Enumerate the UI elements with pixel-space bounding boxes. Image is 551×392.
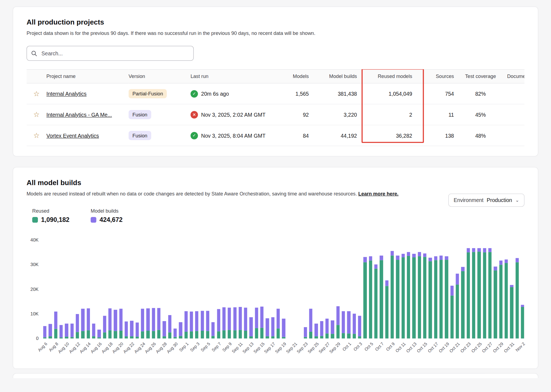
success-icon (190, 90, 198, 97)
bar (200, 240, 204, 338)
bar (325, 240, 329, 338)
reused-segment (179, 336, 182, 338)
x-tick: Sep 23 (303, 340, 307, 360)
model-builds-segment (369, 256, 372, 261)
x-tick: Aug 14 (86, 340, 90, 360)
table-row[interactable]: Internal Analytics - GA Me... Fusion Nov… (26, 104, 524, 125)
bar (206, 240, 210, 338)
test-coverage-value: 48% (454, 125, 507, 146)
model-builds-segment (347, 311, 350, 333)
model-builds-segment (157, 308, 161, 330)
col-header-models[interactable]: Models (281, 70, 309, 83)
col-header-last-run[interactable]: Last run (190, 70, 281, 83)
search-icon (31, 50, 37, 56)
bar (54, 240, 58, 338)
reused-segment (163, 336, 166, 338)
bar (423, 240, 427, 338)
legend-reused-label: Reused (32, 208, 69, 214)
reused-models-count: 1,054,049 (357, 83, 423, 104)
bar (217, 240, 221, 338)
model-builds-segment (467, 248, 470, 252)
model-builds-segment (472, 248, 475, 252)
bar (282, 240, 286, 338)
bar (347, 240, 351, 338)
bar (271, 240, 275, 338)
x-tick: Aug 28 (162, 340, 166, 360)
projects-table: Project name Version Last run Models Mod… (26, 69, 524, 146)
model-builds-segment (407, 252, 410, 256)
x-tick: Oct 9 (390, 340, 394, 360)
bar (390, 240, 394, 338)
col-header-model-builds[interactable]: Model builds (309, 70, 357, 83)
environment-dropdown[interactable]: Environment Production (448, 194, 524, 207)
reused-segment (152, 331, 155, 338)
favorite-star-icon[interactable] (33, 90, 40, 97)
reused-swatch-icon (32, 217, 38, 223)
bar (233, 240, 237, 338)
col-header-sources[interactable]: Sources (423, 70, 454, 83)
model-builds-segment (320, 321, 323, 336)
model-builds-segment (336, 306, 340, 325)
y-tick-label: 30K (31, 262, 39, 267)
sources-count: 138 (423, 125, 454, 146)
x-tick: Aug 8 (54, 340, 58, 360)
model-builds-segment (488, 248, 492, 252)
bar (157, 240, 161, 338)
reused-segment (43, 337, 47, 338)
bar (396, 240, 400, 338)
builds-subtitle-text: Models are reused instead of rebuilt whe… (26, 191, 357, 197)
reused-segment (488, 252, 492, 338)
reused-segment (461, 271, 464, 338)
model-builds-segment (92, 324, 95, 336)
page: All production projects Project data sho… (0, 7, 551, 392)
favorite-star-icon[interactable] (33, 132, 40, 139)
favorite-star-icon[interactable] (33, 111, 40, 118)
reused-segment (445, 260, 448, 338)
col-header-version[interactable]: Version (129, 70, 190, 83)
reused-segment (434, 260, 437, 338)
x-tick: Aug 12 (75, 340, 80, 360)
sources-count: 754 (423, 83, 454, 104)
bar (309, 240, 313, 338)
x-tick: Sep 3 (195, 340, 199, 360)
bar (461, 240, 465, 338)
table-row[interactable]: Internal Analytics Partial-Fusion 20m 6s… (26, 83, 524, 104)
col-header-project-name[interactable]: Project name (46, 70, 128, 83)
model-builds-segment (461, 267, 464, 271)
col-header-test-coverage[interactable]: Test coverage (454, 70, 507, 83)
bar (65, 240, 69, 338)
col-header-documentation[interactable]: Documentation (507, 70, 525, 83)
reused-segment (233, 330, 237, 338)
model-builds-segment (331, 320, 334, 334)
bar (520, 240, 525, 338)
table-row[interactable]: Vortex Event Analytics Fusion Nov 3, 202… (26, 125, 524, 146)
x-tick: Oct 31 (510, 340, 514, 360)
reused-segment (201, 331, 204, 339)
model-builds-segment (315, 324, 318, 336)
x-tick: Sep 19 (282, 340, 286, 360)
project-name-link[interactable]: Vortex Event Analytics (46, 132, 99, 138)
project-name-link[interactable]: Internal Analytics (46, 91, 86, 97)
bar-chart-plot (43, 240, 524, 338)
documentation-value (507, 83, 525, 104)
reused-segment (390, 255, 394, 338)
reused-segment (364, 262, 367, 338)
x-tick: Sep 5 (206, 340, 210, 360)
col-header-reused-models[interactable]: Reused models (357, 70, 423, 83)
model-builds-segment (130, 321, 133, 336)
bar (494, 240, 498, 338)
model-builds-segment (222, 307, 226, 330)
project-name-link[interactable]: Internal Analytics - GA Me... (46, 112, 112, 118)
x-tick: Oct 15 (423, 340, 427, 360)
x-tick: Sep 17 (271, 340, 275, 360)
reused-models-count: 36,282 (357, 125, 423, 146)
reused-segment (87, 330, 90, 338)
search-input[interactable] (41, 50, 189, 57)
bar (249, 240, 253, 338)
y-tick-label: 20K (31, 287, 39, 292)
learn-more-link[interactable]: Learn more here. (358, 191, 399, 197)
model-builds-segment (494, 266, 497, 270)
model-builds-segment (146, 308, 150, 331)
model-builds-count: 3,220 (309, 104, 357, 125)
bar (184, 240, 188, 338)
